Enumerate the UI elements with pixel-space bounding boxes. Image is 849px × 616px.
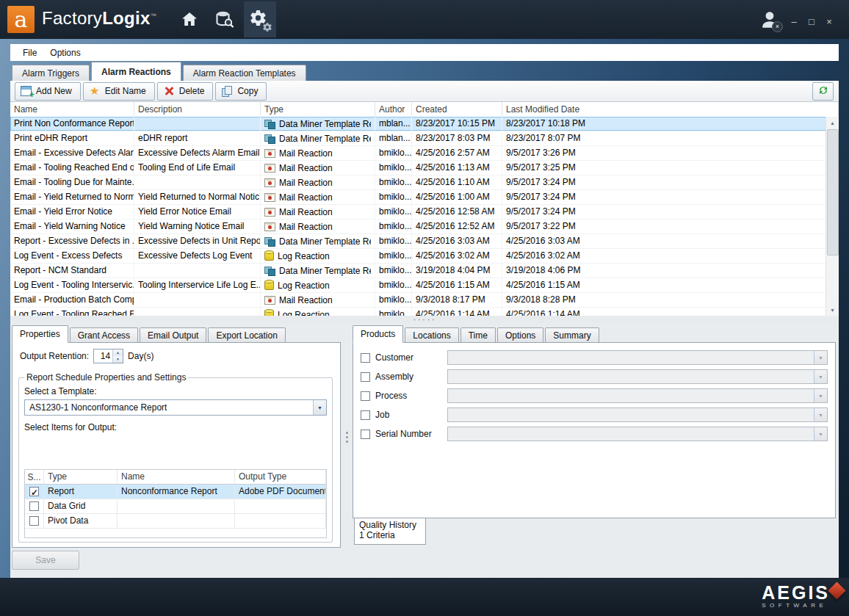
aegis-software-text: SOFTWARE	[762, 602, 830, 609]
minimize-button[interactable]: –	[787, 15, 801, 28]
column-header-name[interactable]: Name	[10, 102, 134, 117]
tab-summary[interactable]: Summary	[545, 327, 599, 342]
table-row[interactable]: Email - Yield Error NoticeYield Error No…	[10, 205, 826, 220]
cell-name: Print Non Conformance Report	[10, 117, 134, 131]
cell-type: Mail Reaction	[261, 220, 375, 233]
copy-button[interactable]: Copy	[215, 82, 267, 101]
add-new-button[interactable]: Add New	[15, 82, 81, 101]
output-item-row[interactable]: Data Grid	[25, 499, 326, 514]
assembly-combobox[interactable]: ▼	[447, 369, 828, 384]
tab-email-output[interactable]: Email Output	[140, 327, 206, 342]
log-icon	[264, 281, 274, 290]
serial-number-checkbox[interactable]	[361, 430, 370, 439]
spinner-up-icon[interactable]: ▲	[113, 349, 123, 356]
column-header-description[interactable]: Description	[134, 102, 261, 117]
checkbox-unchecked[interactable]	[29, 516, 39, 526]
cell-description: Excessive Defects in Unit Report	[134, 234, 261, 248]
column-header-type[interactable]: Type	[261, 102, 375, 117]
table-row[interactable]: Log Event - Excess DefectsExcessive Defe…	[10, 249, 826, 264]
cell-name: Email - Tooling Due for Mainte...	[10, 175, 134, 189]
table-row[interactable]: Email - Tooling Due for Mainte...Mail Re…	[10, 175, 826, 190]
tab-time[interactable]: Time	[460, 327, 496, 342]
customer-checkbox[interactable]	[361, 353, 370, 363]
assembly-checkbox[interactable]	[361, 372, 370, 382]
checkbox-checked[interactable]	[29, 487, 39, 496]
cell-description: eDHR report	[134, 131, 261, 145]
tab-alarm-triggers[interactable]: Alarm Triggers	[12, 65, 90, 81]
serial-number-combobox[interactable]: ▼	[447, 427, 828, 441]
tab-products[interactable]: Products	[353, 325, 403, 343]
column-header-name[interactable]: Name	[118, 470, 235, 484]
process-combobox[interactable]: ▼	[447, 388, 828, 403]
checkbox-unchecked[interactable]	[29, 501, 39, 511]
scroll-down-arrow[interactable]: ▼	[826, 304, 839, 316]
save-button[interactable]: Save	[12, 551, 79, 570]
chevron-down-icon[interactable]: ▼	[313, 400, 326, 415]
output-item-row[interactable]: Report Nonconformance Report Adobe PDF D…	[25, 485, 326, 499]
horizontal-splitter[interactable]: ·····	[10, 316, 839, 323]
output-retention-spinner[interactable]: 14 ▲ ▼	[93, 349, 123, 363]
table-row[interactable]: Email - Yield Warning NoticeYield Warnin…	[10, 220, 826, 234]
home-icon[interactable]	[176, 6, 203, 32]
table-row[interactable]: Print eDHR ReporteDHR reportData Miner T…	[10, 131, 826, 146]
edit-name-button[interactable]: ★ Edit Name	[83, 82, 155, 101]
tab-alarm-reaction-templates[interactable]: Alarm Reaction Templates	[183, 65, 306, 81]
properties-panel: Properties Grant Access Email Output Exp…	[12, 326, 341, 548]
output-item-row[interactable]: Pivot Data	[25, 514, 326, 529]
refresh-button[interactable]	[812, 82, 834, 101]
table-row[interactable]: Email - Production Batch Compl...Mail Re…	[10, 293, 826, 308]
table-row[interactable]: Report - NCM StandardData Miner Template…	[10, 264, 826, 278]
column-header-output-type[interactable]: Output Type	[235, 470, 326, 484]
table-row[interactable]: Print Non Conformance ReportData Miner T…	[10, 117, 826, 131]
menu-options[interactable]: Options	[43, 46, 87, 59]
settings-tab-active[interactable]	[244, 1, 276, 37]
table-row[interactable]: Email - Excessive Defects AlarmExcessive…	[10, 146, 826, 161]
spinner-buttons[interactable]: ▲ ▼	[112, 349, 123, 363]
cell-created: 4/25/2016 1:10 AM	[412, 175, 502, 189]
tab-quality-history-criteria[interactable]: Quality History 1 Criteria	[354, 518, 426, 545]
cell-name: Report - Excessive Defects in ...	[10, 234, 134, 248]
database-search-icon[interactable]	[211, 6, 237, 32]
column-header-selected[interactable]: S...	[25, 470, 44, 484]
vertical-scrollbar[interactable]: ▲ ▼	[825, 117, 839, 316]
user-icon[interactable]: ×	[755, 7, 784, 33]
mail-icon	[264, 178, 275, 187]
tab-options[interactable]: Options	[497, 327, 543, 342]
template-combobox[interactable]: AS1230-1 Nonconformance Report ▼	[24, 399, 327, 416]
column-header-created[interactable]: Created	[412, 102, 502, 117]
spinner-down-icon[interactable]: ▼	[113, 356, 123, 363]
grid-body: Print Non Conformance ReportData Miner T…	[10, 117, 826, 316]
report-schedule-group: Report Schedule Properties and Settings …	[18, 372, 333, 543]
cell-created: 8/23/2017 8:03 PM	[412, 131, 502, 145]
tab-export-location[interactable]: Export Location	[208, 327, 285, 342]
customer-combobox[interactable]: ▼	[447, 350, 828, 365]
column-header-author[interactable]: Author	[375, 102, 412, 117]
cell-author: bmiklo...	[375, 161, 412, 175]
scrollbar-thumb[interactable]	[827, 129, 839, 256]
delete-button[interactable]: Delete	[157, 82, 214, 101]
process-checkbox[interactable]	[361, 391, 370, 401]
tab-alarm-reactions[interactable]: Alarm Reactions	[91, 62, 181, 81]
table-row[interactable]: Report - Excessive Defects in ...Excessi…	[10, 234, 826, 249]
tab-grant-access[interactable]: Grant Access	[70, 327, 138, 342]
item-output-type: Adobe PDF Document	[235, 485, 326, 499]
tab-locations[interactable]: Locations	[405, 327, 458, 342]
vertical-splitter[interactable]	[342, 326, 352, 548]
cell-created: 4/25/2016 12:58 AM	[412, 205, 502, 219]
cell-modified: 9/5/2017 3:24 PM	[502, 190, 826, 204]
table-row[interactable]: Log Event - Tooling Interservic...Toolin…	[10, 278, 826, 293]
column-header-last-modified[interactable]: Last Modified Date	[502, 102, 839, 117]
close-button[interactable]: ×	[823, 15, 836, 28]
table-row[interactable]: Email - Yield Returned to Norm...Yield R…	[10, 190, 826, 205]
tab-properties[interactable]: Properties	[12, 325, 68, 343]
mail-icon	[264, 164, 275, 173]
scroll-up-arrow[interactable]: ▲	[826, 117, 839, 128]
job-combobox[interactable]: ▼	[447, 407, 828, 422]
table-row[interactable]: Email - Tooling Reached End o...Tooling …	[10, 161, 826, 175]
cell-description: Yield Returned to Normal Notic...	[134, 190, 261, 204]
maximize-button[interactable]: □	[805, 15, 818, 28]
menu-file[interactable]: File	[16, 46, 43, 59]
job-checkbox[interactable]	[361, 410, 370, 420]
add-new-label: Add New	[36, 86, 72, 96]
column-header-type[interactable]: Type	[44, 470, 118, 484]
